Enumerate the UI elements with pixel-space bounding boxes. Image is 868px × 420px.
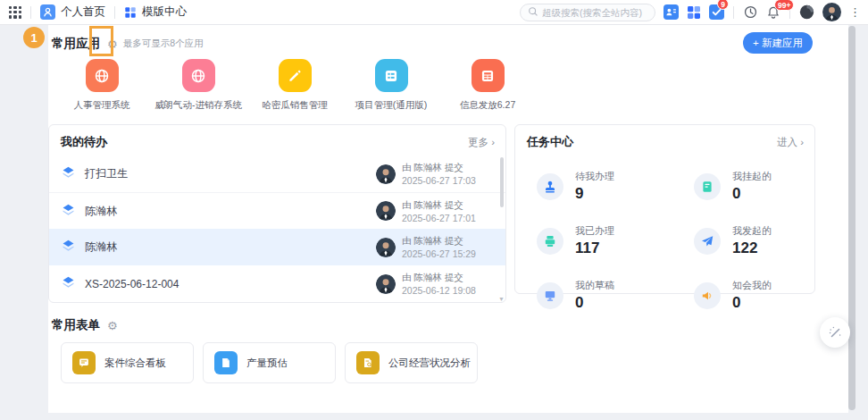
pencil-icon	[279, 59, 312, 92]
stat-label: 知会我的	[732, 279, 772, 292]
stat-label: 我已办理	[575, 224, 614, 238]
divider	[733, 6, 734, 19]
submitter-avatar	[376, 238, 396, 257]
stat-value: 9	[575, 185, 614, 203]
form-name: 案件综合看板	[104, 357, 166, 370]
app-item-info-release[interactable]: 信息发放6.27	[439, 59, 536, 112]
app-name: 哈密瓜销售管理	[262, 99, 328, 112]
stat-value: 117	[575, 239, 614, 257]
paper-plane-icon	[694, 228, 721, 255]
apps-section-header: 常用应用 ⚙ 最多可显示8个应用 + 新建应用	[48, 25, 848, 52]
todo-submitter: 由 陈瀚林 提交	[402, 235, 493, 248]
bell-icon[interactable]: 99+	[766, 5, 780, 20]
form-card-output-forecast[interactable]: 产量预估	[203, 342, 336, 383]
apps-row: 人事管理系统 威朗气动-进销存系统 哈密瓜销售管理 项目管理(通用版) 信息发放…	[48, 59, 848, 112]
task-check-icon[interactable]: 9	[709, 4, 724, 20]
forms-settings-gear-icon[interactable]: ⚙	[107, 320, 118, 332]
scroll-down-icon[interactable]: ▼	[498, 296, 505, 302]
main-content: 常用应用 ⚙ 最多可显示8个应用 + 新建应用 人事管理系统 威朗气动-进销存系…	[48, 25, 848, 413]
layers-icon	[61, 202, 76, 221]
printer-icon	[537, 228, 563, 255]
apps-icon[interactable]	[687, 5, 701, 20]
todo-submitter: 由 陈瀚林 提交	[402, 199, 493, 212]
waffle-menu-icon[interactable]	[9, 6, 21, 19]
mascot-icon[interactable]	[799, 4, 814, 20]
app-item-inventory-system[interactable]: 威朗气动-进销存系统	[150, 59, 246, 112]
stat-cc-me[interactable]: 知会我的 0	[694, 279, 828, 312]
stat-value: 122	[732, 239, 772, 257]
task-center-panel: 任务中心 进入 › 待我办理 9 我挂起的 0	[514, 124, 815, 294]
doc-search-icon	[356, 351, 380, 374]
stat-label: 我发起的	[732, 224, 772, 238]
todo-list: 打扫卫生 由 陈瀚林 提交 2025-06-27 17:03	[49, 155, 505, 302]
todo-title: 陈瀚林	[85, 239, 376, 255]
tab-label: 个人首页	[61, 4, 105, 20]
stat-label: 我挂起的	[732, 170, 772, 183]
todo-title: 陈瀚林	[85, 204, 376, 219]
stat-initiated[interactable]: 我发起的 122	[694, 224, 828, 257]
tab-template-center[interactable]: 模版中心	[124, 4, 187, 20]
doc-icon	[214, 351, 238, 374]
app-name: 信息发放6.27	[460, 99, 515, 112]
todo-panel: 我的待办 更多 › 打扫卫生 由 陈瀚林 提交	[48, 124, 506, 303]
app-name: 威朗气动-进销存系统	[154, 99, 242, 112]
apps-section-title: 常用应用	[52, 36, 100, 52]
task-enter-link[interactable]: 进入 ›	[777, 136, 804, 149]
stat-label: 待我办理	[575, 170, 614, 183]
todo-scrollbar[interactable]	[500, 157, 504, 207]
cards-row: 我的待办 更多 › 打扫卫生 由 陈瀚林 提交	[48, 124, 848, 303]
apps-settings-gear-icon[interactable]: ⚙	[107, 38, 118, 50]
form-name: 产量预估	[246, 357, 288, 370]
person-tab-icon	[40, 4, 55, 20]
stat-drafts[interactable]: 我的草稿 0	[537, 279, 694, 312]
table-icon	[472, 59, 505, 92]
todo-submitter: 由 陈瀚林 提交	[402, 162, 493, 174]
app-item-hr-system[interactable]: 人事管理系统	[54, 59, 150, 112]
todo-row-selected[interactable]: 陈瀚林 由 陈瀚林 提交 2025-06-27 15:29	[49, 229, 505, 265]
divider	[30, 6, 31, 19]
todo-row[interactable]: XS-2025-06-12-004 由 陈瀚林 提交 2025-06-12 19…	[49, 265, 505, 302]
task-center-title: 任务中心	[527, 134, 573, 150]
tab-label: 模版中心	[142, 4, 187, 20]
forms-row: 案件综合看板 产量预估 公司经营状况分析	[61, 342, 848, 383]
app-name: 项目管理(通用版)	[355, 99, 428, 112]
app-item-project-mgmt[interactable]: 项目管理(通用版)	[343, 59, 439, 112]
todo-row[interactable]: 陈瀚林 由 陈瀚林 提交 2025-06-27 17:01	[49, 192, 505, 229]
form-card-case-board[interactable]: 案件综合看板	[61, 342, 194, 383]
stat-label: 我的草稿	[575, 279, 614, 292]
app-name: 人事管理系统	[74, 99, 130, 112]
todo-time: 2025-06-27 15:29	[402, 248, 493, 259]
template-tab-icon	[124, 6, 137, 19]
monitor-icon	[537, 282, 563, 309]
todo-time: 2025-06-27 17:01	[402, 213, 493, 223]
kebab-menu-icon[interactable]: ⋮	[849, 8, 861, 17]
todo-title: XS-2025-06-12-004	[85, 278, 376, 290]
form-card-business-analysis[interactable]: 公司经营状况分析	[345, 342, 478, 383]
clock-icon[interactable]	[743, 4, 758, 20]
board-icon	[72, 351, 96, 374]
tab-personal-home[interactable]: 个人首页	[40, 4, 105, 20]
todo-time: 2025-06-27 17:03	[402, 175, 493, 186]
stat-handled[interactable]: 我已办理 117	[537, 224, 694, 257]
search-icon	[528, 4, 538, 21]
top-navigation-bar: 个人首页 模版中心 9 99+	[0, 0, 868, 25]
stat-value: 0	[732, 294, 772, 312]
search-input[interactable]	[542, 7, 649, 18]
app-item-melon-sales[interactable]: 哈密瓜销售管理	[246, 59, 343, 112]
globe-icon	[86, 59, 119, 92]
global-search[interactable]	[520, 4, 655, 21]
todo-more-link[interactable]: 更多 ›	[468, 136, 495, 149]
stat-value: 0	[732, 185, 772, 203]
submitter-avatar	[376, 201, 396, 221]
user-avatar[interactable]	[822, 3, 841, 21]
submitter-avatar	[376, 164, 396, 184]
page-scrollbar[interactable]	[848, 26, 855, 410]
stat-value: 0	[575, 294, 614, 312]
todo-time: 2025-06-12 19:08	[402, 285, 493, 296]
new-app-button[interactable]: + 新建应用	[743, 32, 813, 54]
stat-pending[interactable]: 待我办理 9	[537, 170, 694, 203]
magic-wand-button[interactable]	[820, 317, 850, 348]
todo-row[interactable]: 打扫卫生 由 陈瀚林 提交 2025-06-27 17:03	[49, 155, 505, 192]
contacts-icon[interactable]	[664, 4, 679, 20]
stat-suspended[interactable]: 我挂起的 0	[694, 170, 828, 203]
